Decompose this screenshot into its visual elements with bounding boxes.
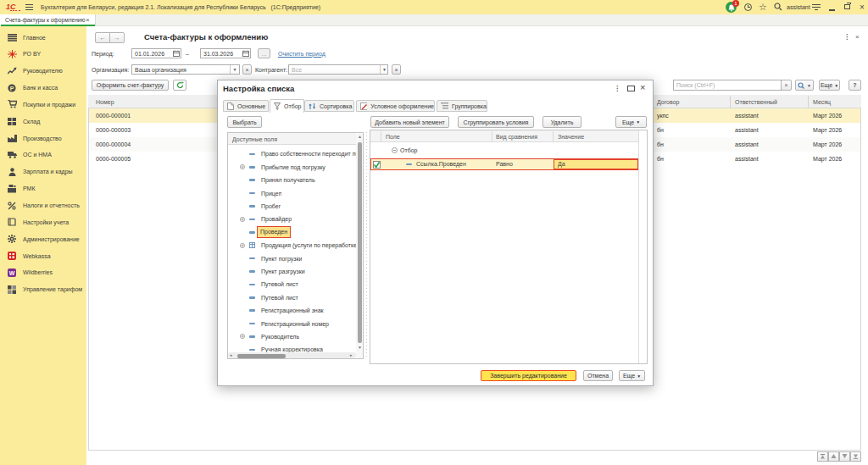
svg-text:P: P: [10, 85, 14, 91]
svg-text:W: W: [9, 270, 15, 276]
